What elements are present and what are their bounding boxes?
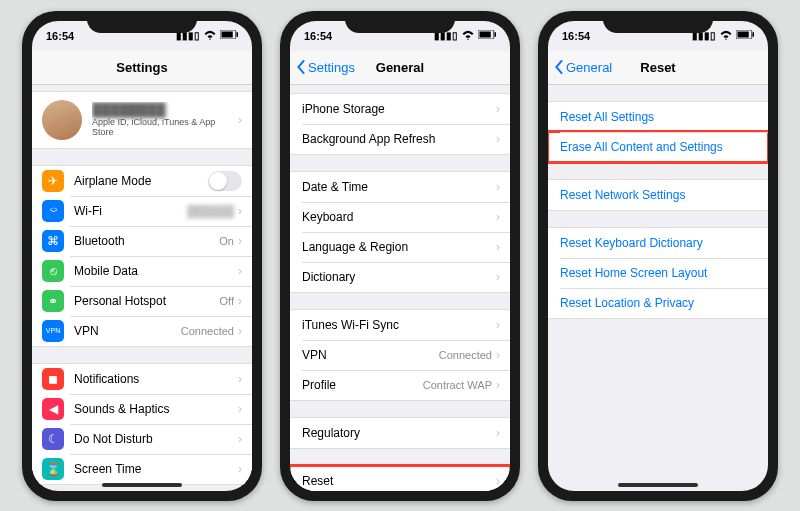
row-label: Bluetooth xyxy=(74,234,219,248)
row-label: Notifications xyxy=(74,372,238,386)
row-iphone-storage[interactable]: iPhone Storage› xyxy=(290,94,510,124)
row-itunes-wi-fi-sync[interactable]: iTunes Wi-Fi Sync› xyxy=(290,310,510,340)
row-label: Regulatory xyxy=(302,426,496,440)
row-reset[interactable]: Reset› xyxy=(290,466,510,491)
moon-icon: ☾ xyxy=(42,428,64,450)
row-label: Reset Home Screen Layout xyxy=(560,266,758,280)
row-sounds-haptics[interactable]: ◀Sounds & Haptics› xyxy=(32,394,252,424)
row-label: Reset All Settings xyxy=(560,110,758,124)
row-profile[interactable]: ProfileContract WAP› xyxy=(290,370,510,400)
row-label: Reset Keyboard Dictionary xyxy=(560,236,758,250)
row-reset-all-settings[interactable]: Reset All Settings xyxy=(548,102,768,132)
row-label: Mobile Data xyxy=(74,264,238,278)
chevron-right-icon: › xyxy=(238,294,242,308)
chevron-left-icon xyxy=(296,60,306,74)
chevron-right-icon: › xyxy=(238,324,242,338)
row-screen-time[interactable]: ⌛Screen Time› xyxy=(32,454,252,484)
row-wi-fi[interactable]: ⌔Wi-Fi██████› xyxy=(32,196,252,226)
row-label: Reset Network Settings xyxy=(560,188,758,202)
row-reset-keyboard-dictionary[interactable]: Reset Keyboard Dictionary xyxy=(548,228,768,258)
row-airplane-mode[interactable]: ✈Airplane Mode xyxy=(32,166,252,196)
row-notifications[interactable]: ◼Notifications› xyxy=(32,364,252,394)
svg-rect-8 xyxy=(753,32,755,37)
chevron-right-icon: › xyxy=(496,132,500,146)
nav-bar: General Reset xyxy=(548,51,768,85)
row-label: VPN xyxy=(302,348,439,362)
row-do-not-disturb[interactable]: ☾Do Not Disturb› xyxy=(32,424,252,454)
nav-title: Reset xyxy=(640,60,675,75)
chevron-right-icon: › xyxy=(238,432,242,446)
row-erase-all-content-and-settings[interactable]: Erase All Content and Settings xyxy=(548,132,768,162)
row-label: Wi-Fi xyxy=(74,204,187,218)
chevron-right-icon: › xyxy=(238,402,242,416)
notch xyxy=(87,11,197,33)
apple-id-row[interactable]: ████████ Apple ID, iCloud, iTunes & App … xyxy=(32,91,252,149)
chevron-right-icon: › xyxy=(496,210,500,224)
content[interactable]: iPhone Storage›Background App Refresh› D… xyxy=(290,85,510,491)
vpn-icon: VPN xyxy=(42,320,64,342)
row-label: Background App Refresh xyxy=(302,132,496,146)
notch xyxy=(345,11,455,33)
group-regulatory: Regulatory› xyxy=(290,417,510,449)
row-personal-hotspot[interactable]: ⚭Personal HotspotOff› xyxy=(32,286,252,316)
row-regulatory[interactable]: Regulatory› xyxy=(290,418,510,448)
chevron-right-icon: › xyxy=(496,474,500,488)
row-reset-network-settings[interactable]: Reset Network Settings xyxy=(548,180,768,210)
chevron-right-icon: › xyxy=(496,318,500,332)
row-reset-location-privacy[interactable]: Reset Location & Privacy xyxy=(548,288,768,318)
phone-general: 16:54 ▮▮▮▯ Settings General iPhone Stora… xyxy=(280,11,520,501)
chevron-right-icon: › xyxy=(496,378,500,392)
row-background-app-refresh[interactable]: Background App Refresh› xyxy=(290,124,510,154)
row-label: Screen Time xyxy=(74,462,238,476)
nav-bar: Settings General xyxy=(290,51,510,85)
content[interactable]: Reset All SettingsErase All Content and … xyxy=(548,85,768,491)
phone-settings: 16:54 ▮▮▮▯ Settings ████████ Apple ID, i… xyxy=(22,11,262,501)
row-label: Personal Hotspot xyxy=(74,294,220,308)
svg-rect-5 xyxy=(495,32,497,37)
wifi-status-icon xyxy=(204,30,216,42)
back-label: General xyxy=(566,60,612,75)
screen: 16:54 ▮▮▮▯ General Reset Reset All Setti… xyxy=(548,21,768,491)
row-bluetooth[interactable]: ⌘BluetoothOn› xyxy=(32,226,252,256)
back-button[interactable]: Settings xyxy=(296,60,355,75)
home-indicator[interactable] xyxy=(618,483,698,487)
chevron-right-icon: › xyxy=(496,180,500,194)
home-indicator[interactable] xyxy=(102,483,182,487)
chevron-right-icon: › xyxy=(496,270,500,284)
row-value: ██████ xyxy=(187,205,234,217)
wifi-status-icon xyxy=(462,30,474,42)
status-time: 16:54 xyxy=(562,30,590,42)
row-reset-home-screen-layout[interactable]: Reset Home Screen Layout xyxy=(548,258,768,288)
row-dictionary[interactable]: Dictionary› xyxy=(290,262,510,292)
row-language-region[interactable]: Language & Region› xyxy=(290,232,510,262)
status-time: 16:54 xyxy=(304,30,332,42)
row-label: Profile xyxy=(302,378,423,392)
airplane-icon: ✈ xyxy=(42,170,64,192)
toggle[interactable] xyxy=(208,171,242,191)
status-time: 16:54 xyxy=(46,30,74,42)
row-vpn[interactable]: VPNConnected› xyxy=(290,340,510,370)
group-reset: Reset› xyxy=(290,465,510,491)
back-button[interactable]: General xyxy=(554,60,612,75)
chevron-right-icon: › xyxy=(496,426,500,440)
bluetooth-icon: ⌘ xyxy=(42,230,64,252)
battery-icon xyxy=(736,30,754,41)
battery-icon xyxy=(220,30,238,41)
row-label: iPhone Storage xyxy=(302,102,496,116)
group-notifications: ◼Notifications›◀Sounds & Haptics›☾Do Not… xyxy=(32,363,252,485)
row-keyboard[interactable]: Keyboard› xyxy=(290,202,510,232)
row-date-time[interactable]: Date & Time› xyxy=(290,172,510,202)
group-reset-all: Reset All SettingsErase All Content and … xyxy=(548,101,768,163)
content[interactable]: ████████ Apple ID, iCloud, iTunes & App … xyxy=(32,85,252,491)
group-connectivity: ✈Airplane Mode⌔Wi-Fi██████›⌘BluetoothOn›… xyxy=(32,165,252,347)
nav-title: Settings xyxy=(116,60,167,75)
screen: 16:54 ▮▮▮▯ Settings ████████ Apple ID, i… xyxy=(32,21,252,491)
row-mobile-data[interactable]: ⎋Mobile Data› xyxy=(32,256,252,286)
row-value: Off xyxy=(220,295,234,307)
profile-sub: Apple ID, iCloud, iTunes & App Store xyxy=(92,117,238,137)
avatar xyxy=(42,100,82,140)
row-vpn[interactable]: VPNVPNConnected› xyxy=(32,316,252,346)
row-label: VPN xyxy=(74,324,181,338)
group-storage: iPhone Storage›Background App Refresh› xyxy=(290,93,510,155)
phone-reset: 16:54 ▮▮▮▯ General Reset Reset All Setti… xyxy=(538,11,778,501)
